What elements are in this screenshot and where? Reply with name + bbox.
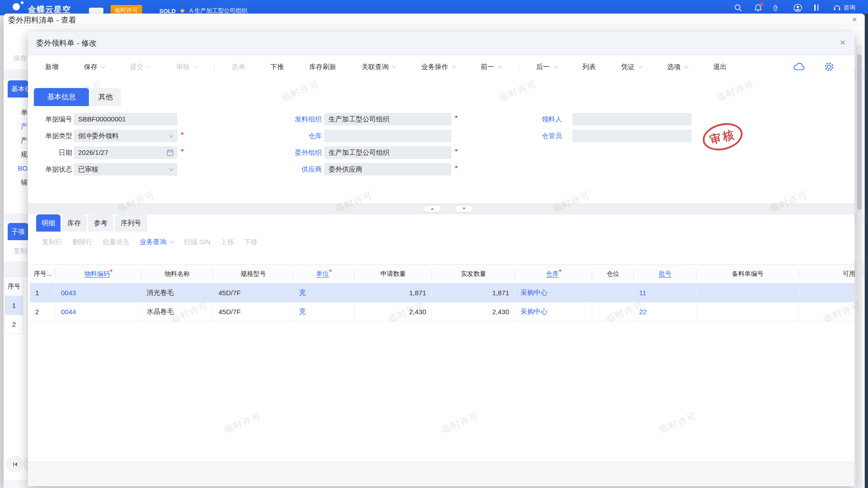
cell-仓位[interactable] [592,284,634,302]
toolbar-业务操作[interactable]: 业务操作 [421,63,455,71]
field-委外组织-input[interactable]: 生产加工型公司组织 [324,146,451,159]
cell-备料单编号[interactable] [696,284,799,302]
grid-toolbar-上移[interactable]: 上移 [220,238,234,246]
field-单据类型-select[interactable]: 倒冲委外领料 [74,130,177,142]
column-header-物料编码[interactable]: 物料编码* [56,264,141,284]
field-单据状态-select[interactable]: 已审核 [74,163,177,176]
cell-备料单编号[interactable] [696,302,799,321]
table-row[interactable]: 20044水晶卷毛45D/7F克2,4302,430采购中心22 [30,302,854,321]
toolbar-选项[interactable]: 选项 [667,63,688,71]
column-header-仓位[interactable]: 仓位 [592,264,634,284]
cell-仓库[interactable]: 采购中心 [515,302,592,321]
tab-明细[interactable]: 明细 [36,214,60,232]
field-仓管员-input[interactable] [572,130,692,142]
toolbar-审核[interactable]: 审核 [176,63,197,71]
collapse-down-button[interactable] [455,205,473,213]
column-header-仓库[interactable]: 仓库* [515,264,592,284]
toolbar-退出[interactable]: 退出 [713,63,727,71]
toolbar-选单[interactable]: 选单 [232,63,245,71]
column-header-序号...[interactable]: 序号... [30,264,56,284]
field-label-领料人[interactable]: 领料人 [497,113,562,125]
cell-单位[interactable]: 克 [293,284,354,302]
tab-参考[interactable]: 参考 [88,214,113,232]
cell-序号...[interactable]: 2 [30,302,56,321]
field-日期-datepicker[interactable]: 2026/1/27 [74,146,177,159]
field-供应商-input[interactable]: 委外供应商 [324,163,451,176]
grid-toolbar-扫描 S/N[interactable]: 扫描 S/N [184,238,210,246]
tab-序列号[interactable]: 序列号 [115,214,147,232]
cell-可用库存[interactable] [799,302,854,321]
toolbar-保存[interactable]: 保存 [84,63,105,71]
cell-物料编码[interactable]: 0043 [56,284,141,302]
column-header-物料名称[interactable]: 物料名称 [141,264,213,284]
column-header-批号[interactable]: 批号 [634,264,696,284]
tab-库存[interactable]: 库存 [62,214,87,232]
cell-物料名称[interactable]: 消光卷毛 [141,284,213,302]
toolbar-凭证[interactable]: 凭证 [621,63,642,71]
user-avatar-icon[interactable] [794,4,803,13]
cloud-icon[interactable] [793,61,805,72]
cell-批号[interactable]: 11 [634,284,696,302]
cell-单位[interactable]: 克 [293,302,354,321]
parent-copy-button[interactable]: 复制 [14,247,27,256]
search-icon[interactable] [734,4,743,13]
field-label-供应商[interactable]: 供应商 [254,163,322,176]
field-label-仓管员[interactable]: 仓管员 [497,130,562,142]
table-row[interactable]: 10043消光卷毛45D/7F克1,8711,871采购中心11 [30,284,854,302]
column-header-实发数量[interactable]: 实发数量 [432,264,515,284]
scrollbar-thumb[interactable] [857,54,862,210]
cell-规格型号[interactable]: 45D/7F [213,284,293,302]
column-header-申请数量[interactable]: 申请数量 [354,264,432,284]
cell-物料编码[interactable]: 0044 [56,302,141,321]
parent-seq-row[interactable]: 1 [5,296,23,315]
toolbar-下推[interactable]: 下推 [270,63,284,71]
toolbar-列表[interactable]: 列表 [582,63,596,71]
grid-toolbar-批量填充[interactable]: 批量填充 [102,238,130,246]
collapse-up-button[interactable] [423,205,441,213]
parent-tab-subitem[interactable]: 子项 [8,223,28,240]
consult-button[interactable]: 咨询 [833,4,855,12]
close-icon[interactable]: × [852,14,857,24]
parent-seq-row[interactable]: 2 [5,315,23,334]
grid-toolbar-删除行[interactable]: 删除行 [72,238,93,246]
column-header-可用库存[interactable]: 可用库存 [799,264,854,284]
toolbar-后一[interactable]: 后一 [536,63,557,71]
scrollbar-track[interactable] [856,44,863,488]
cell-申请数量[interactable]: 1,871 [354,284,432,302]
field-label-发料组织[interactable]: 发料组织 [254,113,322,125]
parent-save-button[interactable]: 保存 [14,54,27,63]
cell-规格型号[interactable]: 45D/7F [213,302,293,321]
toolbar-新增[interactable]: 新增 [45,63,59,71]
cell-实发数量[interactable]: 2,430 [432,302,515,321]
parent-tab-basic[interactable]: 基本信息 [8,80,28,98]
cell-仓库[interactable]: 采购中心 [515,284,592,302]
toolbar-库存刷新[interactable]: 库存刷新 [309,63,336,71]
column-header-规格型号[interactable]: 规格型号 [213,264,293,284]
cell-申请数量[interactable]: 2,430 [354,302,432,321]
toolbar-前一[interactable]: 前一 [481,63,501,71]
cell-序号...[interactable]: 1 [30,284,56,302]
grid-toolbar-复制行[interactable]: 复制行 [42,238,62,246]
cell-实发数量[interactable]: 1,871 [432,284,515,302]
close-icon[interactable]: × [840,37,845,48]
grid-toolbar-下移[interactable]: 下移 [244,238,257,246]
field-发料组织-input[interactable]: 生产加工型公司组织 [324,113,451,125]
gear-icon[interactable] [824,61,835,72]
column-header-备料单编号[interactable]: 备料单编号 [696,264,799,284]
field-领料人-input[interactable] [572,113,692,125]
field-label-委外组织[interactable]: 委外组织 [254,146,322,159]
grid-toolbar-业务查询[interactable]: 业务查询 [139,238,174,246]
tab-基本信息[interactable]: 基本信息 [34,88,89,106]
cell-仓位[interactable] [592,302,634,321]
field-仓库-input[interactable] [324,130,451,142]
pager-first-button[interactable] [7,456,23,472]
cell-可用库存[interactable] [799,284,854,302]
cell-批号[interactable]: 22 [634,302,696,321]
column-header-单位[interactable]: 单位* [293,264,354,284]
field-单据编号-input[interactable]: SBBF00000001 [74,113,177,125]
toolbar-提交[interactable]: 提交 [130,63,151,71]
field-label-仓库[interactable]: 仓库 [254,130,322,142]
bell-icon[interactable] [754,4,763,13]
cell-物料名称[interactable]: 水晶卷毛 [141,302,213,321]
tab-其他[interactable]: 其他 [90,88,121,106]
